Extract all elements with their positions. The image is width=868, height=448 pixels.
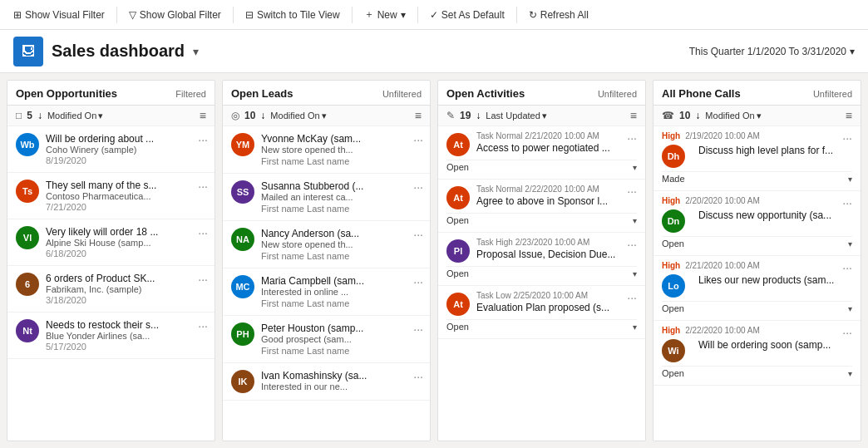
card-more-icon[interactable]: ··· xyxy=(198,319,208,332)
list-item[interactable]: IK Ivan Komashinsky (sa... Interested in… xyxy=(223,363,430,401)
card-date: 8/19/2020 xyxy=(46,155,206,165)
col-count: 5 xyxy=(27,110,32,121)
col-filter-icon[interactable]: ≡ xyxy=(415,109,422,122)
card-title: Very likely will order 18 ... xyxy=(46,226,206,238)
show-global-filter-button[interactable]: ▽ Show Global Filter xyxy=(122,6,228,24)
card-more-icon[interactable]: ··· xyxy=(413,322,423,336)
activity-status: Open ▾ xyxy=(446,213,637,227)
open-leads-subheader: ◎ 10 ↓ Modified On ▾ ≡ xyxy=(223,106,430,126)
column-title: Open Opportunities xyxy=(16,87,117,100)
card-more-icon[interactable]: ··· xyxy=(413,133,423,146)
card-more-icon[interactable]: ··· xyxy=(413,180,423,194)
status-chevron-icon[interactable]: ▾ xyxy=(848,175,852,184)
list-item[interactable]: MC Maria Campbell (sam... Interested in … xyxy=(223,268,430,316)
status-chevron-icon[interactable]: ▾ xyxy=(848,369,852,378)
title-chevron-icon[interactable]: ▾ xyxy=(193,45,199,58)
list-item[interactable]: YM Yvonne McKay (sam... New store opened… xyxy=(223,126,430,174)
divider-3 xyxy=(352,7,353,23)
column-all-phone-calls: All Phone Calls Unfiltered ☎ 10 ↓ Modifi… xyxy=(653,80,861,441)
list-item[interactable]: Pl Task High 2/23/2020 10:00 AM Proposal… xyxy=(438,233,645,286)
col-type-icon: □ xyxy=(16,110,22,121)
list-item[interactable]: PH Peter Houston (samp... Good prospect … xyxy=(223,316,430,363)
status-chevron-icon[interactable]: ▾ xyxy=(848,239,852,249)
avatar: NA xyxy=(231,228,254,251)
phone-more-icon[interactable]: ··· xyxy=(842,196,852,209)
visual-filter-icon: ⊞ xyxy=(13,9,22,21)
column-open-activities: Open Activities Unfiltered ✎ 19 ↓ Last U… xyxy=(437,80,646,441)
list-item[interactable]: High 2/20/2020 10:00 AM ··· Dn Discuss n… xyxy=(653,191,861,256)
avatar: SS xyxy=(231,180,254,204)
col-sort[interactable]: Modified On ▾ xyxy=(47,111,103,121)
new-button[interactable]: ＋ New ▾ xyxy=(358,4,412,25)
priority-label: High xyxy=(662,196,680,205)
col-filter-icon[interactable]: ≡ xyxy=(630,109,637,122)
status-chevron-icon[interactable]: ▾ xyxy=(633,269,637,278)
column-title: Open Activities xyxy=(446,87,525,100)
card-title: They sell many of the s... xyxy=(46,180,206,191)
priority-label: High xyxy=(662,326,680,335)
avatar: Wb xyxy=(16,133,39,156)
period-chevron-icon[interactable]: ▾ xyxy=(850,46,855,57)
list-item[interactable]: High 2/21/2020 10:00 AM ··· Lo Likes our… xyxy=(653,256,861,321)
col-sort[interactable]: Modified On ▾ xyxy=(705,111,761,121)
table-row[interactable]: 6 6 orders of Product SK... Fabrikam, In… xyxy=(7,266,215,313)
set-default-button[interactable]: ✓ Set As Default xyxy=(423,6,511,24)
header-period: This Quarter 1/1/2020 To 3/31/2020 ▾ xyxy=(689,46,855,57)
check-icon: ✓ xyxy=(430,9,438,21)
card-more-icon[interactable]: ··· xyxy=(413,228,423,241)
col-count: 10 xyxy=(679,110,690,121)
phone-more-icon[interactable]: ··· xyxy=(842,261,852,274)
card-content: Needs to restock their s... Blue Yonder … xyxy=(46,319,206,352)
table-row[interactable]: Wb Will be ordering about ... Coho Winer… xyxy=(7,126,215,173)
card-meta: First name Last name xyxy=(261,346,422,356)
open-activities-header: Open Activities Unfiltered xyxy=(438,81,645,106)
card-content: They sell many of the s... Contoso Pharm… xyxy=(46,180,206,212)
status-chevron-icon[interactable]: ▾ xyxy=(633,216,637,225)
switch-tile-view-button[interactable]: ⊟ Switch to Tile View xyxy=(239,6,347,24)
col-sort[interactable]: Last Updated ▾ xyxy=(486,111,546,121)
col-filter-icon[interactable]: ≡ xyxy=(200,109,206,122)
card-title: Maria Campbell (sam... xyxy=(261,275,422,287)
status-chevron-icon[interactable]: ▾ xyxy=(633,322,637,332)
list-item[interactable]: NA Nancy Anderson (sa... New store opene… xyxy=(223,221,430,268)
list-item[interactable]: High 2/22/2020 10:00 AM ··· Wi Will be o… xyxy=(653,321,861,386)
table-row[interactable]: Nt Needs to restock their s... Blue Yond… xyxy=(7,313,215,359)
list-item[interactable]: High 2/19/2020 10:00 AM ··· Dh Discuss h… xyxy=(653,126,861,191)
table-row[interactable]: Vl Very likely will order 18 ... Alpine … xyxy=(7,219,215,266)
card-content: 6 orders of Product SK... Fabrikam, Inc.… xyxy=(46,273,206,305)
activity-more-icon[interactable]: ··· xyxy=(627,131,637,145)
refresh-button[interactable]: ↻ Refresh All xyxy=(522,6,595,24)
card-more-icon[interactable]: ··· xyxy=(413,370,423,383)
card-more-icon[interactable]: ··· xyxy=(198,226,208,239)
status-text: Open xyxy=(446,162,469,172)
activity-more-icon[interactable]: ··· xyxy=(627,185,637,198)
activity-more-icon[interactable]: ··· xyxy=(627,238,637,251)
card-more-icon[interactable]: ··· xyxy=(198,133,208,146)
all-phone-calls-header: All Phone Calls Unfiltered xyxy=(653,81,861,106)
card-more-icon[interactable]: ··· xyxy=(198,180,208,193)
col-type-icon: ✎ xyxy=(446,110,455,121)
col-sort[interactable]: Modified On ▾ xyxy=(270,111,326,121)
list-item[interactable]: At Task Normal 2/21/2020 10:00 AM Access… xyxy=(438,126,645,180)
avatar: MC xyxy=(231,275,254,298)
list-item[interactable]: At Task Normal 2/22/2020 10:00 AM Agree … xyxy=(438,180,645,233)
phone-more-icon[interactable]: ··· xyxy=(842,326,852,339)
sort-arrow-icon: ↓ xyxy=(37,110,42,121)
table-row[interactable]: Ts They sell many of the s... Contoso Ph… xyxy=(7,173,215,219)
card-more-icon[interactable]: ··· xyxy=(413,275,423,288)
list-item[interactable]: At Task Low 2/25/2020 10:00 AM Evaluatio… xyxy=(438,286,645,339)
col-filter-icon[interactable]: ≡ xyxy=(846,109,852,122)
show-visual-filter-button[interactable]: ⊞ Show Visual Filter xyxy=(7,6,111,24)
card-subtitle: Alpine Ski House (samp... xyxy=(46,238,206,248)
card-more-icon[interactable]: ··· xyxy=(198,273,208,286)
logo-icon: ⛾ xyxy=(22,44,35,59)
sort-chevron-icon: ▾ xyxy=(98,111,103,121)
activity-more-icon[interactable]: ··· xyxy=(627,291,637,304)
col-count: 19 xyxy=(460,110,471,121)
phone-more-icon[interactable]: ··· xyxy=(842,131,852,145)
status-chevron-icon[interactable]: ▾ xyxy=(633,163,637,172)
card-title: Needs to restock their s... xyxy=(46,319,206,331)
list-item[interactable]: SS Susanna Stubberod (... Mailed an inte… xyxy=(223,174,430,221)
sort-chevron-icon: ▾ xyxy=(322,111,327,121)
status-chevron-icon[interactable]: ▾ xyxy=(848,304,852,313)
